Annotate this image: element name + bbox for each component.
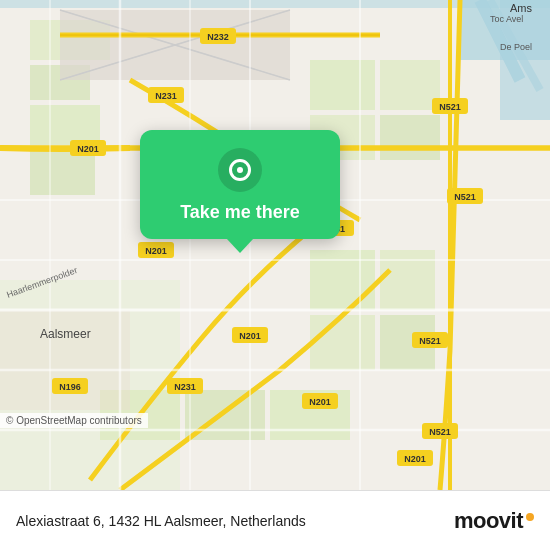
svg-text:N521: N521: [439, 102, 461, 112]
address-text: Alexiastraat 6, 1432 HL Aalsmeer, Nether…: [16, 513, 454, 529]
svg-text:N201: N201: [145, 246, 167, 256]
svg-text:N201: N201: [77, 144, 99, 154]
svg-rect-9: [30, 105, 100, 145]
location-pin-inner: [229, 159, 251, 181]
svg-text:N201: N201: [239, 331, 261, 341]
bottom-bar: Alexiastraat 6, 1432 HL Aalsmeer, Nether…: [0, 490, 550, 550]
svg-text:N521: N521: [429, 427, 451, 437]
moovit-dot: [526, 513, 534, 521]
svg-rect-10: [30, 150, 95, 195]
svg-text:N196: N196: [59, 382, 81, 392]
svg-rect-13: [310, 60, 375, 110]
copyright-notice: © OpenStreetMap contributors: [0, 413, 148, 428]
svg-text:Toc Avel: Toc Avel: [490, 14, 523, 24]
svg-text:N232: N232: [207, 32, 229, 42]
svg-rect-5: [0, 0, 550, 8]
svg-rect-12: [380, 115, 440, 160]
moovit-text: moovit: [454, 508, 523, 534]
svg-rect-18: [310, 315, 375, 370]
svg-text:N231: N231: [174, 382, 196, 392]
take-me-there-popup[interactable]: Take me there: [140, 130, 340, 239]
svg-text:De Poel: De Poel: [500, 42, 532, 52]
svg-text:Ams: Ams: [510, 2, 533, 14]
map-view[interactable]: N232 N231 N201 N521 N521 31 N201 N201 N5…: [0, 0, 550, 490]
svg-rect-22: [0, 310, 130, 410]
popup-label: Take me there: [180, 202, 300, 223]
svg-text:N201: N201: [404, 454, 426, 464]
svg-text:N231: N231: [155, 91, 177, 101]
svg-text:Aalsmeer: Aalsmeer: [40, 327, 91, 341]
svg-rect-11: [380, 60, 440, 110]
svg-text:N201: N201: [309, 397, 331, 407]
svg-text:N521: N521: [454, 192, 476, 202]
moovit-logo: moovit: [454, 508, 534, 534]
location-pin-icon: [218, 148, 262, 192]
svg-text:N521: N521: [419, 336, 441, 346]
